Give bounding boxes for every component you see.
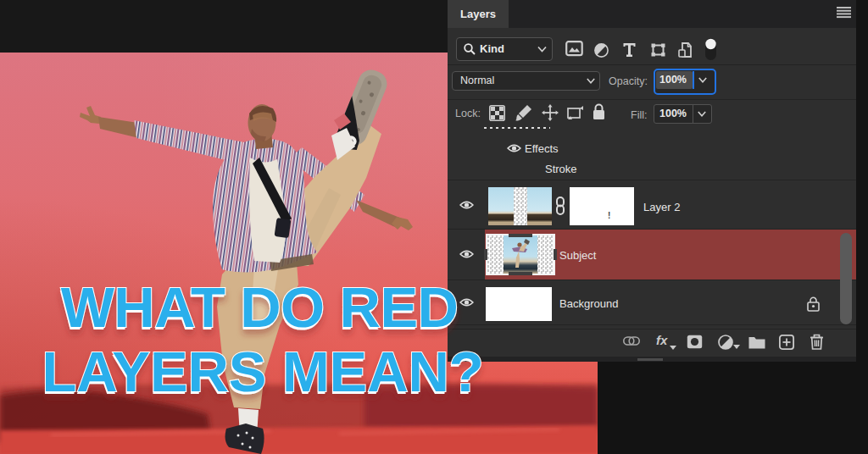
svg-text:LAYERS MEAN?: LAYERS MEAN?	[42, 340, 483, 403]
svg-text:WHAT DO RED: WHAT DO RED	[61, 275, 459, 339]
